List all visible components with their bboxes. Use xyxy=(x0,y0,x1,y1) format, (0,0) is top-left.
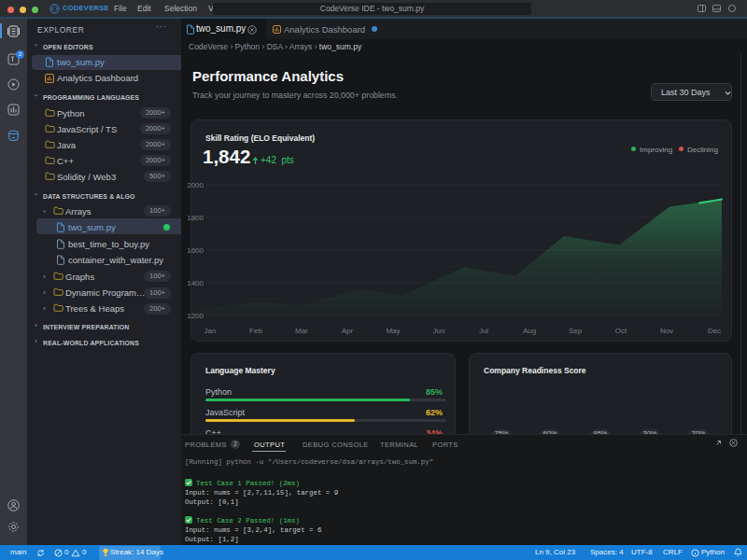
svg-text:Aug: Aug xyxy=(523,327,536,335)
svg-text:Jan: Jan xyxy=(204,327,217,335)
svg-text:1800: 1800 xyxy=(187,214,204,222)
svg-text:Oct: Oct xyxy=(615,327,627,335)
svg-text:Apr: Apr xyxy=(342,327,354,335)
svg-text:1600: 1600 xyxy=(187,246,204,255)
svg-text:Sep: Sep xyxy=(569,327,583,335)
svg-text:Feb: Feb xyxy=(249,327,262,335)
svg-text:1400: 1400 xyxy=(187,279,204,287)
svg-text:Nov: Nov xyxy=(660,327,673,335)
svg-text:Dec: Dec xyxy=(708,327,721,335)
svg-text:Jul: Jul xyxy=(479,327,488,335)
svg-text:May: May xyxy=(386,327,400,335)
svg-text:2000: 2000 xyxy=(187,181,204,189)
svg-text:Mar: Mar xyxy=(295,327,308,335)
svg-text:Jun: Jun xyxy=(433,327,445,335)
